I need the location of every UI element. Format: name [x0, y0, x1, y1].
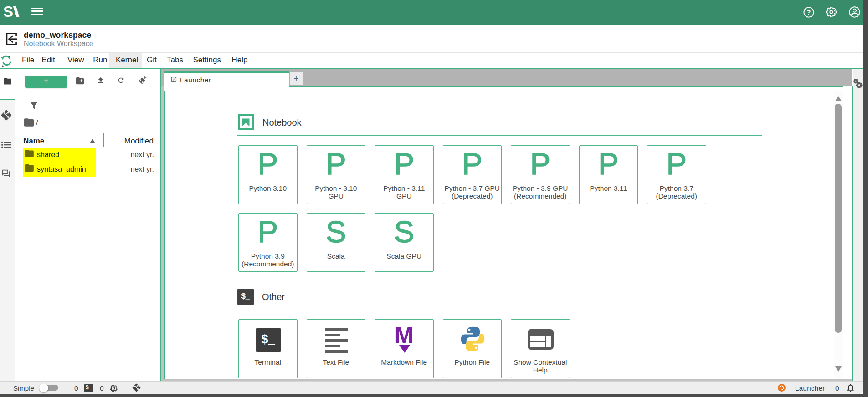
svg-text:?: ? [807, 9, 811, 16]
svg-text:S: S [4, 5, 13, 19]
